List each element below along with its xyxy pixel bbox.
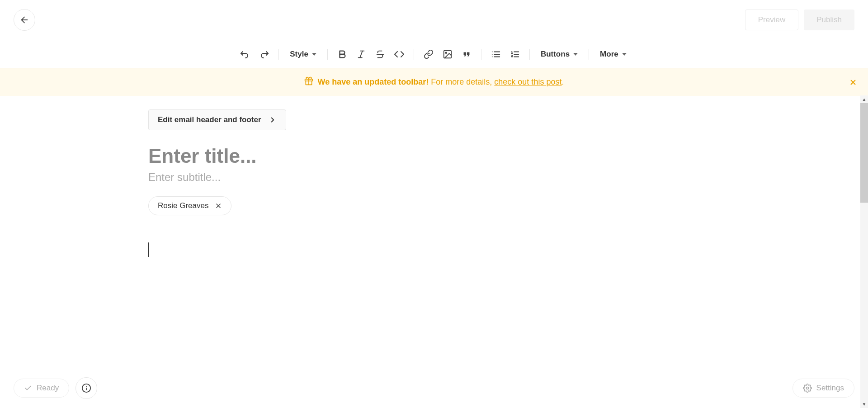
banner-text: For more details, [431,77,494,86]
more-label: More [600,50,618,59]
link-icon [424,49,434,59]
top-header: Preview Publish [0,0,868,40]
redo-button[interactable] [258,48,270,61]
image-button[interactable] [441,48,454,61]
preview-button[interactable]: Preview [745,9,798,30]
bold-icon [337,49,347,59]
numbered-list-button[interactable] [509,48,521,61]
editor-body[interactable] [148,242,483,333]
quote-icon [462,49,472,59]
undo-icon [240,49,250,60]
scrollbar-down-arrow[interactable]: ▼ [860,400,868,408]
chevron-down-icon [312,53,316,56]
editor-toolbar: Style [0,40,868,68]
code-icon [394,49,405,60]
author-remove-button[interactable] [215,202,222,209]
italic-button[interactable] [355,48,368,61]
back-button[interactable] [14,9,35,31]
link-button[interactable] [422,48,435,61]
info-icon [81,383,91,393]
bottom-left: Ready [14,377,97,399]
image-icon [443,49,453,59]
quote-button[interactable] [460,48,473,61]
edit-email-header-button[interactable]: Edit email header and footer [148,109,286,130]
svg-point-6 [445,52,447,53]
content-inner: Edit email header and footer Rosie Greav… [148,109,483,333]
notification-banner: We have an updated toolbar! For more det… [0,68,868,96]
subtitle-input[interactable] [148,171,483,184]
bold-button[interactable] [336,48,349,61]
bullet-list-button[interactable] [490,48,502,61]
strikethrough-icon [375,49,385,59]
scrollbar-up-arrow[interactable]: ▲ [860,95,868,103]
ready-label: Ready [37,384,59,393]
title-input[interactable] [148,145,483,167]
edit-header-label: Edit email header and footer [158,115,261,124]
arrow-left-icon [19,15,29,25]
scrollbar-thumb[interactable] [860,103,868,203]
style-label: Style [290,50,308,59]
gear-icon [803,384,812,393]
more-dropdown[interactable]: More [597,48,629,61]
code-button[interactable] [393,48,406,61]
header-actions: Preview Publish [745,9,854,30]
bottom-bar: Ready Settings [0,377,868,399]
publish-button[interactable]: Publish [804,9,854,30]
banner-link[interactable]: check out this post [494,77,561,86]
gift-icon [304,76,313,88]
scrollbar-track[interactable]: ▲ ▼ [860,95,868,408]
banner-bold-text: We have an updated toolbar! [318,77,429,86]
italic-icon [356,49,366,59]
chevron-down-icon [622,53,627,56]
info-button[interactable] [75,377,97,399]
text-cursor [148,242,149,257]
check-icon [24,384,32,392]
author-chip: Rosie Greaves [148,196,231,215]
banner-period: . [561,77,564,86]
chevron-right-icon [269,116,277,124]
strikethrough-button[interactable] [374,48,387,61]
svg-line-3 [360,51,363,57]
chevron-down-icon [573,53,578,56]
buttons-dropdown[interactable]: Buttons [538,48,580,61]
undo-button[interactable] [239,48,251,61]
redo-icon [259,49,269,60]
ready-button[interactable]: Ready [14,379,69,398]
bullet-list-icon [491,49,501,59]
numbered-list-icon [510,49,520,59]
banner-close-button[interactable] [849,78,857,86]
svg-point-25 [806,387,808,389]
settings-button[interactable]: Settings [793,379,854,398]
author-name: Rosie Greaves [158,201,208,210]
close-icon [849,78,857,86]
banner-content: We have an updated toolbar! For more det… [304,76,564,88]
content-area: Edit email header and footer Rosie Greav… [0,96,868,408]
close-icon [215,202,222,209]
buttons-label: Buttons [541,50,570,59]
settings-label: Settings [816,384,844,393]
style-dropdown[interactable]: Style [287,48,319,61]
